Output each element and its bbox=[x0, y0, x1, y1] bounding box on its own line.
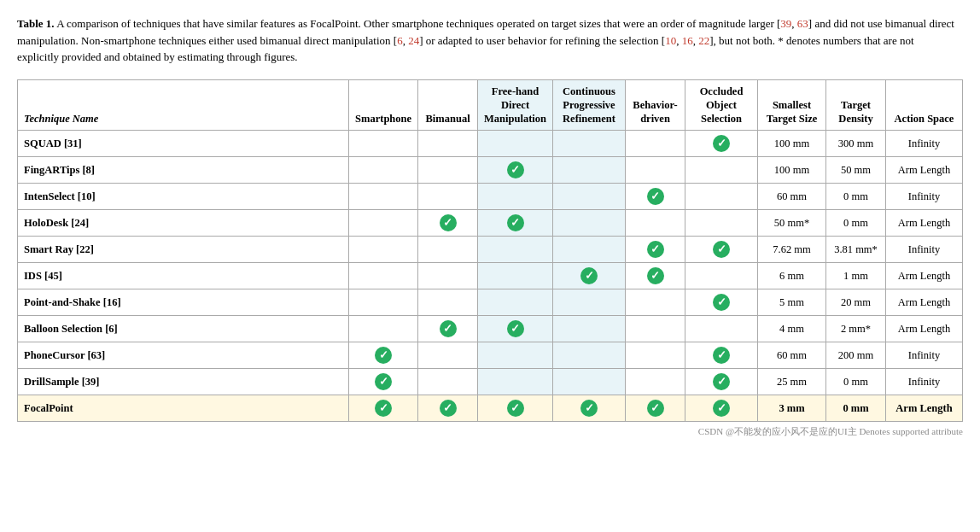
cell-density: 1 mm bbox=[826, 263, 886, 289]
cell-bimanual bbox=[418, 395, 478, 422]
table-row: IDS [45]6 mm1 mmArm Length bbox=[18, 263, 963, 289]
cell-occluded bbox=[685, 263, 758, 289]
cell-continuous bbox=[553, 131, 626, 157]
cell-continuous bbox=[553, 157, 626, 184]
cell-freehand bbox=[478, 369, 553, 395]
cell-freehand bbox=[478, 395, 553, 422]
cell-continuous bbox=[553, 369, 626, 395]
checkmark-icon bbox=[647, 400, 664, 417]
table-row: Smart Ray [22]7.62 mm3.81 mm*Infinity bbox=[18, 237, 963, 263]
cell-behavior bbox=[626, 263, 685, 289]
cell-smartphone bbox=[349, 289, 418, 316]
cell-continuous bbox=[553, 263, 626, 289]
cell-bimanual bbox=[418, 131, 478, 157]
cell-freehand bbox=[478, 289, 553, 316]
cell-occluded bbox=[685, 289, 758, 316]
cell-technique: FingARTips [8] bbox=[18, 157, 349, 184]
cell-occluded bbox=[685, 184, 758, 210]
cell-density: 0 mm bbox=[826, 210, 886, 237]
cell-freehand bbox=[478, 157, 553, 184]
checkmark-icon bbox=[440, 400, 457, 417]
cell-bimanual bbox=[418, 342, 478, 369]
cell-bimanual bbox=[418, 369, 478, 395]
cell-continuous bbox=[553, 184, 626, 210]
col-header-density: TargetDensity bbox=[826, 79, 886, 131]
col-header-behavior: Behavior-driven bbox=[626, 79, 685, 131]
cell-smartphone bbox=[349, 342, 418, 369]
table-row: DrillSample [39]25 mm0 mmInfinity bbox=[18, 369, 963, 395]
header-row: Technique Name Smartphone Bimanual Free-… bbox=[18, 79, 963, 131]
checkmark-icon bbox=[647, 241, 664, 258]
col-header-occluded: OccludedObjectSelection bbox=[685, 79, 758, 131]
watermark: CSDN @不能发的应小风不是应的UI主 Denotes supported a… bbox=[17, 425, 963, 438]
cell-smartphone bbox=[349, 263, 418, 289]
cell-freehand bbox=[478, 131, 553, 157]
cell-smartphone bbox=[349, 131, 418, 157]
cell-smallest: 60 mm bbox=[758, 184, 826, 210]
cell-behavior bbox=[626, 316, 685, 342]
checkmark-icon bbox=[507, 161, 524, 178]
table-row: Balloon Selection [6]4 mm2 mm*Arm Length bbox=[18, 316, 963, 342]
col-header-smallest: SmallestTarget Size bbox=[758, 79, 826, 131]
cell-bimanual bbox=[418, 263, 478, 289]
cell-freehand bbox=[478, 184, 553, 210]
cell-smartphone bbox=[349, 237, 418, 263]
cell-technique: PhoneCursor [63] bbox=[18, 342, 349, 369]
table-row: PhoneCursor [63]60 mm200 mmInfinity bbox=[18, 342, 963, 369]
cell-smallest: 6 mm bbox=[758, 263, 826, 289]
cell-action: Arm Length bbox=[886, 289, 963, 316]
cell-smartphone bbox=[349, 184, 418, 210]
cell-technique: FocalPoint bbox=[18, 395, 349, 422]
cell-action: Infinity bbox=[886, 342, 963, 369]
cell-occluded bbox=[685, 316, 758, 342]
cell-density: 20 mm bbox=[826, 289, 886, 316]
cell-bimanual bbox=[418, 316, 478, 342]
cell-action: Arm Length bbox=[886, 395, 963, 422]
cell-continuous bbox=[553, 210, 626, 237]
cell-behavior bbox=[626, 342, 685, 369]
cell-technique: Point-and-Shake [16] bbox=[18, 289, 349, 316]
cell-bimanual bbox=[418, 237, 478, 263]
cell-technique: DrillSample [39] bbox=[18, 369, 349, 395]
cell-action: Arm Length bbox=[886, 263, 963, 289]
checkmark-icon bbox=[713, 373, 730, 390]
cell-smallest: 60 mm bbox=[758, 342, 826, 369]
checkmark-icon bbox=[507, 320, 524, 337]
cell-smallest: 5 mm bbox=[758, 289, 826, 316]
checkmark-icon bbox=[647, 267, 664, 284]
col-header-technique: Technique Name bbox=[18, 79, 349, 131]
col-header-action: Action Space bbox=[886, 79, 963, 131]
cell-behavior bbox=[626, 395, 685, 422]
table-row: IntenSelect [10]60 mm0 mmInfinity bbox=[18, 184, 963, 210]
cell-technique: IntenSelect [10] bbox=[18, 184, 349, 210]
cell-continuous bbox=[553, 289, 626, 316]
cell-technique: HoloDesk [24] bbox=[18, 210, 349, 237]
checkmark-icon bbox=[713, 135, 730, 152]
cell-action: Arm Length bbox=[886, 316, 963, 342]
cell-density: 50 mm bbox=[826, 157, 886, 184]
cell-smallest: 100 mm bbox=[758, 157, 826, 184]
checkmark-icon bbox=[713, 294, 730, 311]
cell-technique: Smart Ray [22] bbox=[18, 237, 349, 263]
checkmark-icon bbox=[713, 241, 730, 258]
cell-smallest: 50 mm* bbox=[758, 210, 826, 237]
cell-smartphone bbox=[349, 369, 418, 395]
cell-behavior bbox=[626, 157, 685, 184]
checkmark-icon bbox=[375, 373, 392, 390]
cell-freehand bbox=[478, 210, 553, 237]
cell-action: Infinity bbox=[886, 237, 963, 263]
cell-density: 2 mm* bbox=[826, 316, 886, 342]
checkmark-icon bbox=[375, 400, 392, 417]
cell-occluded bbox=[685, 157, 758, 184]
comparison-table: Technique Name Smartphone Bimanual Free-… bbox=[17, 79, 963, 423]
table-row: FingARTips [8]100 mm50 mmArm Length bbox=[18, 157, 963, 184]
cell-freehand bbox=[478, 263, 553, 289]
cell-bimanual bbox=[418, 289, 478, 316]
cell-behavior bbox=[626, 184, 685, 210]
cell-density: 0 mm bbox=[826, 369, 886, 395]
cell-freehand bbox=[478, 316, 553, 342]
cell-technique: Balloon Selection [6] bbox=[18, 316, 349, 342]
checkmark-icon bbox=[713, 400, 730, 417]
cell-occluded bbox=[685, 342, 758, 369]
cell-smallest: 25 mm bbox=[758, 369, 826, 395]
